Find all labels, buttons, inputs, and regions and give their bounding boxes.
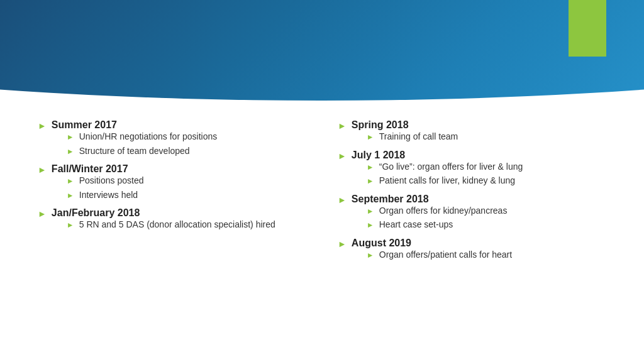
timeline-label: Jan/February 2018: [52, 207, 140, 218]
sub-list-item: ►Heart case set-ups: [367, 219, 613, 231]
timeline-item: ►Fall/Winter 2017►Positions posted►Inter…: [38, 163, 313, 204]
content-area: ►Summer 2017►Union/HR negotiations for p…: [0, 101, 644, 280]
sub-item-label: Interviews held: [79, 189, 313, 202]
timeline-item: ►September 2018►Organ offers for kidney/…: [338, 194, 613, 234]
arrow-icon: ►: [338, 121, 347, 131]
sub-arrow-icon: ►: [67, 146, 74, 157]
sub-item-label: Structure of team developed: [79, 145, 313, 158]
sub-item-label: Training of call team: [379, 131, 613, 143]
green-decoration: [569, 0, 606, 57]
sub-arrow-icon: ►: [367, 162, 374, 173]
sub-arrow-icon: ►: [67, 220, 74, 231]
timeline-item: ►August 2019►Organ offers/patient calls …: [338, 238, 613, 264]
sub-arrow-icon: ►: [367, 220, 374, 231]
sub-list-item: ►5 RN and 5 DAS (donor allocation specia…: [67, 219, 313, 231]
timeline-label: September 2018: [352, 194, 429, 204]
timeline-item: ►July 1 2018►“Go live”: organ offers for…: [338, 150, 613, 190]
right-timeline-list: ►Spring 2018►Training of call team►July …: [338, 119, 613, 264]
sub-item-label: Heart case set-ups: [379, 219, 613, 231]
right-column: ►Spring 2018►Training of call team►July …: [338, 119, 613, 268]
timeline-item: ►Spring 2018►Training of call team: [338, 119, 613, 146]
sub-item-label: 5 RN and 5 DAS (donor allocation special…: [79, 219, 313, 231]
sub-item-label: “Go live”: organ offers for liver & lung: [379, 161, 613, 173]
arrow-icon: ►: [338, 239, 347, 249]
sub-arrow-icon: ►: [367, 206, 374, 217]
sub-list-item: ►Organ offers/patient calls for heart: [367, 249, 613, 261]
sub-list: ►Organ offers for kidney/pancreas►Heart …: [367, 205, 613, 231]
sub-list-item: ►Interviews held: [67, 189, 313, 202]
sub-list: ►Training of call team: [367, 131, 613, 143]
timeline-item: ►Summer 2017►Union/HR negotiations for p…: [38, 119, 313, 160]
sub-list: ►“Go live”: organ offers for liver & lun…: [367, 161, 613, 187]
sub-list: ►5 RN and 5 DAS (donor allocation specia…: [67, 219, 313, 231]
sub-arrow-icon: ►: [367, 132, 374, 143]
sub-arrow-icon: ►: [67, 132, 74, 143]
sub-arrow-icon: ►: [367, 176, 374, 187]
sub-item-label: Organ offers/patient calls for heart: [379, 249, 613, 261]
arrow-icon: ►: [38, 121, 47, 131]
sub-arrow-icon: ►: [67, 190, 74, 201]
timeline-label: Summer 2017: [52, 119, 117, 130]
sub-list-item: ►Training of call team: [367, 131, 613, 143]
arrow-icon: ►: [338, 151, 347, 161]
sub-item-label: Patient calls for liver, kidney & lung: [379, 175, 613, 187]
timeline-label: Fall/Winter 2017: [52, 163, 128, 174]
sub-item-label: Positions posted: [79, 175, 313, 187]
timeline-label: July 1 2018: [352, 150, 405, 160]
timeline-item: ►Jan/February 2018►5 RN and 5 DAS (donor…: [38, 207, 313, 234]
arrow-icon: ►: [38, 165, 47, 175]
sub-list-item: ►Union/HR negotiations for positions: [67, 131, 313, 143]
sub-list: ►Organ offers/patient calls for heart: [367, 249, 613, 261]
timeline-label: Spring 2018: [352, 119, 409, 130]
sub-list-item: ►“Go live”: organ offers for liver & lun…: [367, 161, 613, 173]
sub-arrow-icon: ►: [367, 250, 374, 261]
sub-list-item: ►Patient calls for liver, kidney & lung: [367, 175, 613, 187]
left-column: ►Summer 2017►Union/HR negotiations for p…: [38, 119, 313, 268]
sub-list: ►Positions posted►Interviews held: [67, 175, 313, 201]
timeline-label: August 2019: [352, 238, 411, 248]
sub-item-label: Union/HR negotiations for positions: [79, 131, 313, 143]
header: [0, 0, 644, 101]
arrow-icon: ►: [338, 195, 347, 205]
sub-list-item: ►Structure of team developed: [67, 145, 313, 158]
sub-list-item: ►Organ offers for kidney/pancreas: [367, 205, 613, 217]
sub-list-item: ►Positions posted: [67, 175, 313, 187]
sub-list: ►Union/HR negotiations for positions►Str…: [67, 131, 313, 157]
sub-arrow-icon: ►: [67, 176, 74, 187]
arrow-icon: ►: [38, 209, 47, 219]
sub-item-label: Organ offers for kidney/pancreas: [379, 205, 613, 217]
left-timeline-list: ►Summer 2017►Union/HR negotiations for p…: [38, 119, 313, 234]
